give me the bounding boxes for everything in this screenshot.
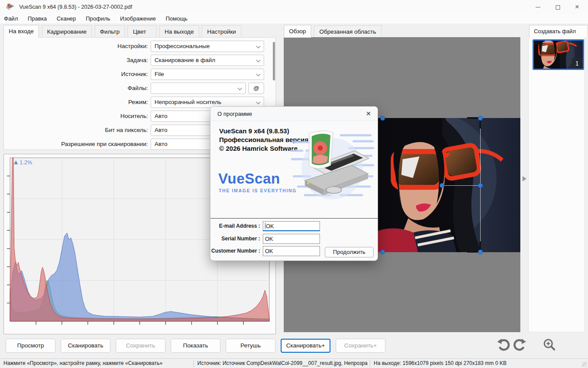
files-select[interactable] [151,83,246,94]
dialog-title: О программе [217,107,252,121]
dialog-separator [210,218,378,219]
crop-handle-center[interactable] [440,183,444,188]
menu-help[interactable]: Помощь [162,14,191,24]
crop-center-line[interactable] [442,185,481,186]
customer-number-field[interactable]: OK [263,246,320,256]
app-icon [5,3,15,11]
create-pdf-button[interactable]: Создавать файл PDF [529,25,588,38]
bottom-toolbar: Просмотр Сканировать Сохранить Показать … [0,334,588,358]
status-divider [193,360,194,368]
crop-handle-bottom-right[interactable] [478,250,483,254]
options-select[interactable]: Профессиональные [151,41,264,52]
continue-button[interactable]: Продолжить [325,247,374,257]
save-button[interactable]: Сохранить [116,339,165,353]
crop-handle-bottom-left[interactable] [380,250,385,254]
about-dialog: О программе × VueScan 9 x64 (9.8.53) Про… [210,106,378,261]
task-select[interactable]: Сканирование в файл [151,55,264,66]
mode-label: Режим: [4,97,148,108]
rotate-right-icon[interactable] [512,338,527,353]
menu-bar: Файл Правка Сканер Профиль Изображение П… [0,14,588,24]
crop-handle-top-left[interactable] [380,116,385,121]
chevron-down-icon [238,86,242,90]
vuescan-logo: VueScan [218,170,280,187]
task-label: Задача: [4,55,148,66]
chevron-down-icon [256,58,261,62]
crop-handle-top-right[interactable] [478,116,483,121]
title-bar: VueScan 9 x64 (9.8.53) - 2026-03-27-0002… [0,0,588,14]
options-label: Настройки: [4,41,148,52]
rotate-left-icon[interactable] [496,338,511,353]
tab-color[interactable]: Цвет [127,25,156,38]
status-divider [370,360,370,368]
menu-scanner[interactable]: Сканер [53,14,80,24]
tab-prefs[interactable]: Настройки [202,25,241,38]
pdf-pages-panel: 1 [528,37,585,332]
save-plus-button[interactable]: Сохранить+ [336,339,385,353]
menu-edit[interactable]: Правка [24,14,51,24]
crop-handle-mid-right[interactable] [478,183,483,188]
zoom-icon[interactable] [542,338,557,353]
text-caret [265,223,265,229]
media-label: Носитель: [4,111,148,122]
customer-number-label: Customer Number : [210,246,260,256]
email-label: E-mail Address : [210,221,260,231]
dialog-title-bar: О программе × [210,107,378,121]
window-title: VueScan 9 x64 (9.8.53) - 2026-03-27-0002… [19,0,132,14]
status-source: Источник: Источник CompDeskWalCol-2099__… [197,359,368,368]
maximize-button[interactable] [548,0,568,14]
page-number-badge: 1 [571,58,583,69]
tab-cropped-area[interactable]: Обрезанная область [314,25,381,38]
status-bar: Нажмите «Просмотр», настройте рамку, наж… [0,358,588,368]
source-label: Источник: [4,69,148,80]
bits-label: Бит на пиксель: [4,125,148,136]
svg-text:1.2%: 1.2% [20,160,32,166]
tab-crop[interactable]: Кадрирование [42,25,92,38]
scan-plus-button[interactable]: Сканировать+ [281,339,330,353]
browse-files-button[interactable]: @ [248,83,264,94]
chevron-down-icon [256,100,261,104]
tab-filter[interactable]: Фильтр [95,25,125,38]
preview-button[interactable]: Просмотр [6,339,55,353]
resolution-label: Разрешение при сканировании: [4,139,148,150]
tab-preview[interactable]: Обзор [284,25,311,38]
menu-image[interactable]: Изображение [116,14,160,24]
email-field[interactable]: OK [263,221,320,231]
vuescan-tagline: THE IMAGE IS EVERYTHING [219,188,297,193]
settings-scrollbar[interactable] [273,42,275,80]
preview-tab-strip: Обзор Обрезанная область [284,25,382,38]
tab-output[interactable]: На выходе [159,25,199,38]
serial-number-field[interactable]: OK [263,234,320,244]
scanner-illustration [289,126,375,204]
serial-number-label: Serial Number : [210,234,260,244]
menu-file[interactable]: Файл [0,14,22,24]
source-select[interactable]: File [151,69,264,80]
retouch-button[interactable]: Ретушь [226,339,275,353]
resize-grip[interactable] [582,362,587,367]
panel-expander-arrow-icon[interactable] [523,176,526,181]
status-output: На выходе: 1596x1079 pixels 150 dpi 270x… [374,359,579,368]
settings-tab-strip: На входе Кадрирование Фильтр Цвет На вых… [3,25,242,38]
files-label: Файлы: [4,83,148,94]
scan-button[interactable]: Сканировать [61,339,110,353]
show-button[interactable]: Показать [171,339,220,353]
status-hint: Нажмите «Просмотр», настройте рамку, наж… [3,359,191,368]
chevron-down-icon [256,72,261,76]
close-button[interactable]: × [567,0,587,14]
dialog-close-icon[interactable]: × [362,108,375,120]
menu-profile[interactable]: Профиль [82,14,114,24]
minimize-button[interactable] [528,0,548,14]
tab-input[interactable]: На входе [3,25,39,38]
chevron-down-icon [256,44,261,49]
